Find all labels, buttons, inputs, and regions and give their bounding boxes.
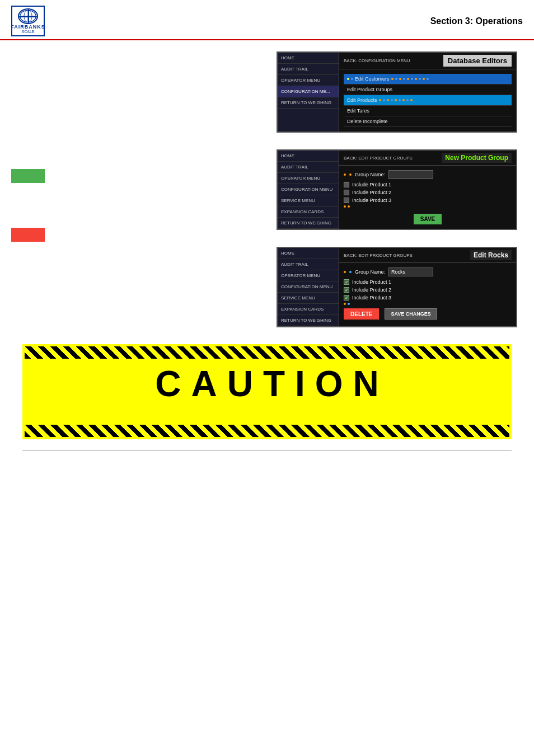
p2-sidebar-config[interactable]: CONFIGURATION MENU: [278, 184, 339, 195]
dot4: [395, 78, 397, 80]
panel1-main: BACK: CONFIGURATION MENU Database Editor…: [339, 53, 516, 132]
p3-product3-label: Include Product 3: [352, 295, 391, 300]
pdot3: [387, 99, 389, 101]
svg-point-0: [20, 10, 36, 22]
p3-sidebar-service[interactable]: SERVICE MENU: [278, 293, 339, 304]
caution-c: C: [155, 363, 181, 405]
group-name-label: Group Name:: [355, 172, 385, 177]
p2-sidebar-service[interactable]: SERVICE MENU: [278, 195, 339, 206]
dot5: [399, 78, 401, 80]
dot8: [411, 78, 413, 80]
panel2-sidebar: HOME AUDIT TRAIL OPERATOR MENU CONFIGURA…: [278, 151, 339, 229]
dot2: [351, 78, 353, 80]
p2-sidebar-home[interactable]: HOME: [278, 151, 339, 162]
left-indicators: [11, 169, 45, 242]
pdot6: [399, 99, 401, 101]
screenshots-area: HOME AUDIT TRAIL OPERATOR MENU CONFIGURA…: [11, 51, 523, 327]
p3-product1-label: Include Product 1: [352, 279, 391, 285]
product1-checkbox[interactable]: [344, 182, 349, 187]
panel2-back-label[interactable]: BACK: EDIT PRODUCT GROUPS: [344, 156, 413, 161]
caution-letters: C A U T I O N: [155, 363, 379, 405]
customers-dots: Edit Customers: [347, 76, 429, 82]
p3-group-name-row: Group Name:: [344, 267, 512, 276]
dot1: [347, 78, 349, 80]
sidebar-item-home[interactable]: HOME: [278, 53, 339, 64]
product1-row: Include Product 1: [344, 182, 512, 187]
panel1-body: Edit Customers E: [339, 69, 516, 132]
section-title: Section 3: Operations: [430, 16, 523, 26]
caution-section: C A U T I O N: [22, 344, 512, 439]
red-indicator: [11, 228, 45, 242]
sidebar-item-configuration[interactable]: CONFIGURATION ME...: [278, 86, 339, 97]
products-dots: Edit Products: [347, 97, 413, 103]
product2-label: Include Product 2: [352, 190, 391, 195]
p3-sidebar-operator[interactable]: OPERATOR MENU: [278, 270, 339, 281]
p3-group-name-label: Group Name:: [355, 269, 385, 275]
panel2-body: Group Name: Include Product 1: [339, 166, 516, 229]
delete-button[interactable]: DELETE: [344, 308, 379, 320]
p3-dots-row: [344, 303, 512, 305]
group-name-row: Group Name:: [344, 170, 512, 179]
logo-sub-text: SCALE: [22, 30, 35, 34]
caution-stripes-top: [25, 346, 509, 359]
menu-item-customers[interactable]: Edit Customers: [344, 74, 512, 84]
p2-sidebar-operator[interactable]: OPERATOR MENU: [278, 173, 339, 184]
group-name-input[interactable]: [388, 170, 433, 179]
dot9: [415, 78, 417, 80]
product2-checkbox[interactable]: [344, 190, 349, 195]
caution-yellow-bar: [25, 409, 509, 425]
orange-dot2: [349, 173, 352, 176]
menu-item-products[interactable]: Edit Products: [344, 95, 512, 106]
sidebar-item-operator-menu[interactable]: OPERATOR MENU: [278, 75, 339, 86]
p3-product2-label: Include Product 2: [352, 287, 391, 293]
p3-sidebar-home[interactable]: HOME: [278, 248, 339, 259]
caution-stripes-bottom: [25, 425, 509, 437]
save-button[interactable]: SAVE: [414, 214, 442, 224]
pdot4: [391, 99, 393, 101]
panel1-sidebar: HOME AUDIT TRAIL OPERATOR MENU CONFIGURA…: [278, 53, 339, 132]
fairbanks-logo: FAIRBANKS SCALE: [11, 6, 45, 36]
save-changes-button[interactable]: SAVE CHANGES: [385, 308, 437, 320]
p3-sidebar-expansion[interactable]: EXPANSION CARDS: [278, 304, 339, 315]
p3-sidebar-audit[interactable]: AUDIT TRAIL: [278, 259, 339, 270]
sidebar-item-return-weighing[interactable]: RETURN TO WEIGHING: [278, 97, 339, 109]
logo-area: FAIRBANKS SCALE: [11, 6, 45, 36]
panel1-back-label[interactable]: BACK: CONFIGURATION MENU: [344, 58, 410, 63]
menu-item-tares[interactable]: Edit Tares: [344, 106, 512, 116]
p3-odot1: [344, 271, 346, 273]
orange-dot1: [344, 173, 346, 176]
p3-sidebar-config[interactable]: CONFIGURATION MENU: [278, 281, 339, 293]
caution-banner: C A U T I O N: [22, 344, 512, 439]
p3-sidebar-return[interactable]: RETURN TO WEIGHING: [278, 315, 339, 326]
p2-sidebar-return[interactable]: RETURN TO WEIGHING: [278, 218, 339, 229]
p2-sidebar-audit[interactable]: AUDIT TRAIL: [278, 162, 339, 173]
panel3-titlebar: BACK: EDIT PRODUCT GROUPS Edit Rocks: [339, 248, 516, 263]
product3-checkbox[interactable]: [344, 198, 349, 203]
p3-product3-checkbox[interactable]: [344, 295, 349, 300]
panel3-title: Edit Rocks: [470, 250, 512, 260]
product2-row: Include Product 2: [344, 190, 512, 195]
sidebar-item-audit-trail[interactable]: AUDIT TRAIL: [278, 64, 339, 75]
page-header: FAIRBANKS SCALE Section 3: Operations: [0, 0, 534, 40]
pdot9: [410, 99, 413, 101]
green-indicator: [11, 169, 45, 183]
caution-t: T: [263, 363, 285, 405]
pdot8: [406, 99, 409, 101]
p3-bdot1: [349, 271, 352, 273]
dot10: [419, 78, 421, 80]
menu-item-product-groups[interactable]: Edit Product Groups: [344, 84, 512, 95]
dot3: [391, 78, 394, 80]
product1-label: Include Product 1: [352, 182, 391, 187]
pdot1: [379, 99, 381, 101]
p3-product2-checkbox[interactable]: [344, 287, 349, 293]
main-content: HOME AUDIT TRAIL OPERATOR MENU CONFIGURA…: [0, 40, 534, 462]
pdot5: [395, 99, 397, 101]
save-button-area: SAVE: [344, 211, 512, 224]
dot6: [403, 78, 405, 80]
logo-brand-text: FAIRBANKS: [11, 24, 45, 30]
p3-group-name-input[interactable]: [388, 267, 433, 276]
menu-item-delete-incomplete[interactable]: Delete Incomplete: [344, 116, 512, 127]
p2-sidebar-expansion[interactable]: EXPANSION CARDS: [278, 206, 339, 218]
p3-product1-checkbox[interactable]: [344, 279, 349, 285]
panel3-back-label[interactable]: BACK: EDIT PRODUCT GROUPS: [344, 253, 413, 258]
